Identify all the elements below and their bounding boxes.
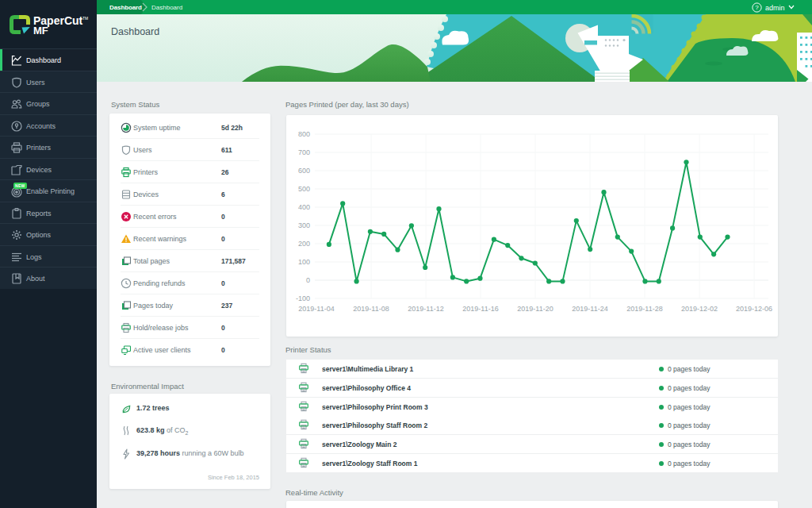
svg-text:2019-11-08: 2019-11-08 — [353, 305, 389, 313]
svg-text:800: 800 — [298, 130, 310, 138]
svg-text:2019-11-12: 2019-11-12 — [408, 305, 443, 313]
svg-text:500: 500 — [298, 185, 310, 193]
svg-text:100: 100 — [298, 258, 310, 266]
svg-text:600: 600 — [298, 167, 310, 175]
svg-text:2019-11-04: 2019-11-04 — [298, 305, 334, 313]
svg-text:200: 200 — [298, 240, 310, 248]
svg-text:MF: MF — [33, 25, 48, 37]
svg-text:2019-11-20: 2019-11-20 — [517, 305, 553, 313]
svg-text:-100: -100 — [296, 294, 310, 302]
svg-text:2019-12-06: 2019-12-06 — [736, 305, 772, 313]
svg-text:2019-11-16: 2019-11-16 — [462, 305, 498, 313]
svg-text:TM: TM — [82, 16, 88, 21]
svg-text:2019-12-02: 2019-12-02 — [681, 305, 718, 313]
svg-text:300: 300 — [298, 221, 310, 229]
svg-text:2019-11-24: 2019-11-24 — [572, 305, 607, 313]
svg-text:0: 0 — [306, 276, 310, 284]
svg-text:400: 400 — [298, 203, 310, 211]
svg-text:?: ? — [755, 4, 759, 11]
svg-text:700: 700 — [298, 148, 310, 156]
svg-text:2019-11-28: 2019-11-28 — [626, 305, 662, 313]
